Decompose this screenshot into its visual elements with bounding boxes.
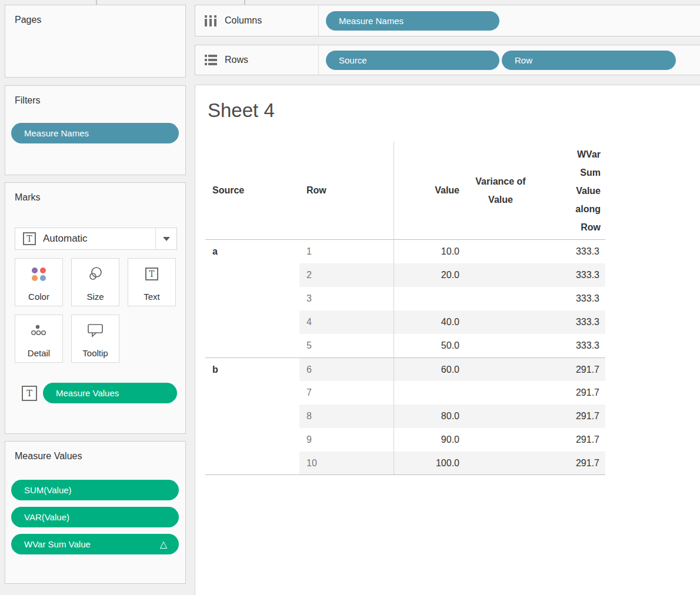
variance-cell[interactable] <box>465 428 536 452</box>
measure-pill-label: SUM(Value) <box>24 485 72 495</box>
variance-cell[interactable] <box>465 381 536 405</box>
rows-pill-row[interactable]: Row <box>502 51 676 70</box>
text-icon: T <box>128 259 175 289</box>
value-cell[interactable]: 20.0 <box>394 263 465 287</box>
filters-shelf[interactable]: Filters Measure Names <box>5 85 186 175</box>
row-header-cell[interactable]: 6 <box>299 358 394 381</box>
pages-shelf-title: Pages <box>15 15 185 25</box>
text-button[interactable]: T Text <box>128 258 176 306</box>
wvar-cell[interactable]: 291.7 <box>536 381 605 405</box>
rows-shelf[interactable]: Rows Source Row <box>195 45 700 75</box>
measure-pill-wvar-sum-value[interactable]: WVar Sum Value △ <box>11 534 179 554</box>
rows-pill-source[interactable]: Source <box>326 51 499 70</box>
size-button-label: Size <box>86 292 104 302</box>
toolbar-remnant-tick <box>244 0 245 5</box>
columns-shelf-label: Columns <box>225 15 262 26</box>
wvar-cell[interactable]: 333.3 <box>536 287 605 310</box>
tooltip-button[interactable]: Tooltip <box>71 315 119 363</box>
measure-pill-label: VAR(Value) <box>24 512 69 522</box>
value-cell[interactable]: 40.0 <box>394 310 465 334</box>
table-row: 9 90.0 291.7 <box>205 428 605 452</box>
rows-shelf-label: Rows <box>225 55 248 65</box>
value-cell[interactable]: 90.0 <box>394 428 465 452</box>
value-cell[interactable]: 60.0 <box>394 358 465 381</box>
variance-cell[interactable] <box>465 263 536 287</box>
row-header-cell[interactable]: 4 <box>299 310 394 334</box>
marks-pill-measure-values[interactable]: Measure Values <box>43 383 177 403</box>
columns-pill-measure-names[interactable]: Measure Names <box>326 11 499 31</box>
value-cell[interactable]: 10.0 <box>394 240 465 263</box>
value-cell[interactable] <box>394 287 465 310</box>
rows-pill-label: Row <box>515 55 532 65</box>
value-cell[interactable]: 80.0 <box>394 405 465 428</box>
wvar-cell[interactable]: 291.7 <box>536 452 605 474</box>
pages-shelf[interactable]: Pages <box>5 5 186 78</box>
wvar-cell[interactable]: 333.3 <box>536 310 605 334</box>
variance-cell[interactable] <box>465 310 536 334</box>
wvar-cell[interactable]: 333.3 <box>536 334 605 357</box>
shelf-divider <box>318 5 319 36</box>
row-header-cell[interactable]: 10 <box>299 452 394 474</box>
mark-type-dropdown[interactable]: T Automatic <box>15 228 177 250</box>
variance-cell[interactable] <box>465 405 536 428</box>
variance-cell[interactable] <box>465 287 536 310</box>
measure-pill-sum-value[interactable]: SUM(Value) <box>11 480 179 500</box>
row-header-cell[interactable]: 9 <box>299 428 394 452</box>
marks-card-title: Marks <box>15 192 185 203</box>
color-button[interactable]: Color <box>15 258 63 306</box>
text-mark-icon: T <box>22 386 37 401</box>
columns-shelf[interactable]: Columns Measure Names <box>195 5 700 36</box>
toolbar-remnant-tick <box>96 0 97 5</box>
table-calc-delta-icon: △ <box>160 540 167 549</box>
measure-values-card: Measure Values SUM(Value) VAR(Value) WVa… <box>5 441 186 584</box>
detail-button-label: Detail <box>28 348 50 358</box>
column-header-value[interactable]: Value <box>394 142 465 239</box>
value-cell[interactable]: 100.0 <box>394 452 465 474</box>
text-mark-icon: T <box>23 232 36 245</box>
value-cell[interactable] <box>394 381 465 405</box>
table-row: 2 20.0 333.3 <box>205 263 605 287</box>
measure-pill-var-value[interactable]: VAR(Value) <box>11 507 179 527</box>
table-row: 10 100.0 291.7 <box>205 452 605 475</box>
row-header-cell[interactable]: 5 <box>299 334 394 357</box>
value-cell[interactable]: 50.0 <box>394 334 465 357</box>
row-header-cell[interactable]: 7 <box>299 381 394 405</box>
variance-cell[interactable] <box>465 334 536 357</box>
tooltip-button-label: Tooltip <box>82 348 108 358</box>
shelf-divider <box>318 45 319 75</box>
source-header-cell[interactable]: a <box>205 246 299 257</box>
table-header-row: Source Row Value Variance of Value WVar … <box>205 142 605 240</box>
variance-cell[interactable] <box>465 358 536 381</box>
variance-cell[interactable] <box>465 240 536 263</box>
wvar-cell[interactable]: 291.7 <box>536 405 605 428</box>
column-header-source[interactable]: Source <box>205 185 299 196</box>
column-header-row[interactable]: Row <box>299 185 394 196</box>
wvar-cell[interactable]: 291.7 <box>536 428 605 452</box>
row-header-cell[interactable]: 2 <box>299 263 394 287</box>
wvar-cell[interactable]: 291.7 <box>536 358 605 381</box>
tooltip-icon <box>72 315 119 346</box>
color-button-label: Color <box>28 292 49 302</box>
source-header-cell[interactable]: b <box>205 365 299 375</box>
column-header-variance[interactable]: Variance of Value <box>465 172 536 209</box>
columns-pill-label: Measure Names <box>339 16 404 26</box>
table-row: b 6 60.0 291.7 <box>205 357 605 381</box>
size-button[interactable]: Size <box>71 258 119 306</box>
chevron-down-icon <box>163 237 170 241</box>
mark-type-value: Automatic <box>43 233 155 245</box>
wvar-cell[interactable]: 333.3 <box>536 263 605 287</box>
worksheet-view: Sheet 4 Source Row Value Variance of Val… <box>195 85 700 595</box>
variance-cell[interactable] <box>465 452 536 474</box>
filter-pill-measure-names[interactable]: Measure Names <box>11 123 179 143</box>
detail-button[interactable]: Detail <box>15 315 63 363</box>
columns-icon <box>204 15 217 26</box>
tableau-workspace: Pages Filters Measure Names Marks T Auto… <box>0 0 700 595</box>
row-header-cell[interactable]: 1 <box>299 240 394 263</box>
rows-icon <box>204 54 217 66</box>
column-header-wvar[interactable]: WVar Sum Value along Row <box>536 145 605 236</box>
wvar-cell[interactable]: 333.3 <box>536 240 605 263</box>
row-header-cell[interactable]: 8 <box>299 405 394 428</box>
row-header-cell[interactable]: 3 <box>299 287 394 310</box>
mark-type-caret-button[interactable] <box>155 228 176 249</box>
table-row: 7 291.7 <box>205 381 605 405</box>
